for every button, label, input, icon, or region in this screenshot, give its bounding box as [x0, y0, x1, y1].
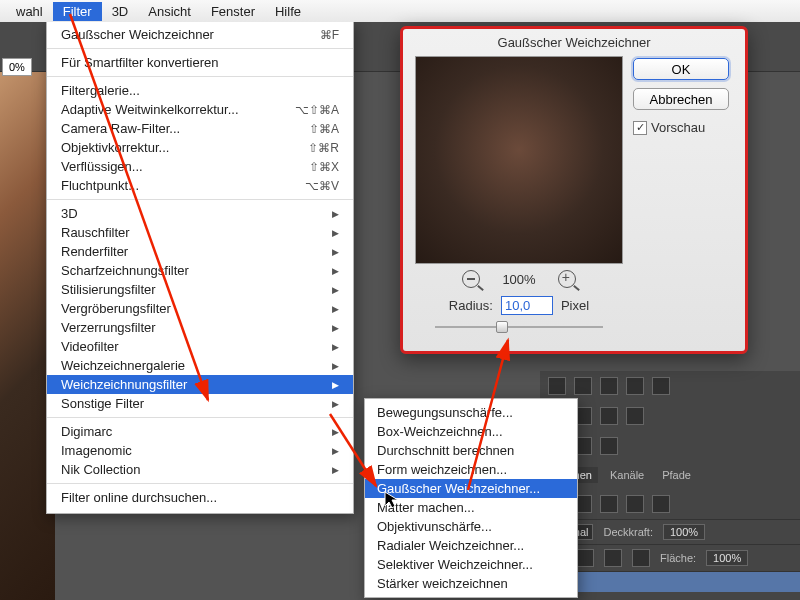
zoom-out-icon[interactable]: [462, 270, 480, 288]
menu-item-last-filter[interactable]: Gaußscher Weichzeichner ⌘F: [47, 25, 353, 44]
menu-item-label: Adaptive Weitwinkelkorrektur...: [61, 102, 239, 117]
radius-unit: Pixel: [561, 298, 589, 313]
submenu-item[interactable]: Durchschnitt berechnen: [365, 441, 577, 460]
opacity-label: Deckkraft:: [603, 526, 653, 538]
menu-separator: [47, 199, 353, 200]
menu-item-label: Imagenomic: [61, 443, 132, 458]
panel-icon[interactable]: [600, 377, 618, 395]
menu-item[interactable]: Weichzeichnergalerie: [47, 356, 353, 375]
menu-item-label: Bewegungsunschärfe...: [377, 405, 513, 420]
tab-paths[interactable]: Pfade: [656, 467, 697, 483]
menu-item[interactable]: Objektivkorrektur...⇧⌘R: [47, 138, 353, 157]
menu-item[interactable]: Verflüssigen...⇧⌘X: [47, 157, 353, 176]
menu-item[interactable]: Camera Raw-Filter...⇧⌘A: [47, 119, 353, 138]
menubar-item[interactable]: Fenster: [201, 2, 265, 21]
menu-item-label: Filter online durchsuchen...: [61, 490, 217, 505]
menu-item-label: Rauschfilter: [61, 225, 130, 240]
menu-item-label: Weichzeichnergalerie: [61, 358, 185, 373]
filter-icon[interactable]: [652, 495, 670, 513]
fill-value[interactable]: 100%: [706, 550, 748, 566]
dialog-title: Gaußscher Weichzeichner: [403, 29, 745, 56]
menu-item[interactable]: Stilisierungsfilter: [47, 280, 353, 299]
menu-item-label: Matter machen...: [377, 500, 475, 515]
menu-item[interactable]: Scharfzeichnungsfilter: [47, 261, 353, 280]
menu-item[interactable]: Rauschfilter: [47, 223, 353, 242]
filter-icon[interactable]: [626, 495, 644, 513]
submenu-item[interactable]: Matter machen...: [365, 498, 577, 517]
menu-item[interactable]: 3D: [47, 204, 353, 223]
radius-slider[interactable]: [435, 319, 603, 335]
right-panels: Ebenen Kanäle Pfade Normal Deckkraft: 10…: [540, 371, 800, 600]
menu-item-browse-filters[interactable]: Filter online durchsuchen...: [47, 488, 353, 507]
menu-item[interactable]: Videofilter: [47, 337, 353, 356]
app-menubar: wahl Filter 3D Ansicht Fenster Hilfe: [0, 0, 800, 22]
menu-item[interactable]: Adaptive Weitwinkelkorrektur...⌥⇧⌘A: [47, 100, 353, 119]
shortcut: ⌥⌘V: [305, 179, 339, 193]
menu-item-label: Scharfzeichnungsfilter: [61, 263, 189, 278]
gaussian-blur-dialog: Gaußscher Weichzeichner 100% Radius: Pix…: [400, 26, 748, 354]
submenu-item-gaussian-blur[interactable]: Gaußscher Weichzeichner...: [365, 479, 577, 498]
menu-separator: [47, 483, 353, 484]
menubar-item[interactable]: 3D: [102, 2, 139, 21]
menu-item[interactable]: Verzerrungsfilter: [47, 318, 353, 337]
submenu-item[interactable]: Stärker weichzeichnen: [365, 574, 577, 593]
menu-item-label: Stilisierungsfilter: [61, 282, 156, 297]
menu-item-label: Objektivunschärfe...: [377, 519, 492, 534]
menu-item-label: Verflüssigen...: [61, 159, 143, 174]
menu-item[interactable]: Fluchtpunkt...⌥⌘V: [47, 176, 353, 195]
shortcut: ⇧⌘A: [309, 122, 339, 136]
submenu-item[interactable]: Form weichzeichnen...: [365, 460, 577, 479]
menu-item-label: Videofilter: [61, 339, 119, 354]
preview-checkbox-row[interactable]: ✓ Vorschau: [633, 120, 729, 135]
lock-icon[interactable]: [632, 549, 650, 567]
panel-icon[interactable]: [652, 377, 670, 395]
menubar-item[interactable]: wahl: [6, 2, 53, 21]
shortcut: ⌘F: [320, 28, 339, 42]
menubar-item[interactable]: Hilfe: [265, 2, 311, 21]
menu-item[interactable]: Imagenomic: [47, 441, 353, 460]
menu-item[interactable]: Filtergalerie...: [47, 81, 353, 100]
filter-icon[interactable]: [600, 495, 618, 513]
shortcut: ⇧⌘X: [309, 160, 339, 174]
panel-icon[interactable]: [548, 377, 566, 395]
cancel-button[interactable]: Abbrechen: [633, 88, 729, 110]
zoom-select[interactable]: 0%: [2, 58, 32, 76]
opacity-value[interactable]: 100%: [663, 524, 705, 540]
panel-icon[interactable]: [600, 437, 618, 455]
preview-checkbox-label: Vorschau: [651, 120, 705, 135]
panel-icon[interactable]: [574, 377, 592, 395]
menu-item-label: Camera Raw-Filter...: [61, 121, 180, 136]
submenu-item[interactable]: Box-Weichzeichnen...: [365, 422, 577, 441]
menu-item[interactable]: Renderfilter: [47, 242, 353, 261]
submenu-item[interactable]: Selektiver Weichzeichner...: [365, 555, 577, 574]
panel-icon[interactable]: [626, 407, 644, 425]
menubar-item-filter[interactable]: Filter: [53, 2, 102, 21]
menu-item-label: Sonstige Filter: [61, 396, 144, 411]
menu-separator: [47, 417, 353, 418]
submenu-item[interactable]: Radialer Weichzeichner...: [365, 536, 577, 555]
tab-channels[interactable]: Kanäle: [604, 467, 650, 483]
zoom-in-icon[interactable]: [558, 270, 576, 288]
menu-item-weichzeichnungsfilter[interactable]: Weichzeichnungsfilter: [47, 375, 353, 394]
ok-button[interactable]: OK: [633, 58, 729, 80]
filter-menu: Gaußscher Weichzeichner ⌘F Für Smartfilt…: [46, 20, 354, 514]
menu-item-label: Nik Collection: [61, 462, 140, 477]
menubar-item[interactable]: Ansicht: [138, 2, 201, 21]
menu-item-label: Radialer Weichzeichner...: [377, 538, 524, 553]
menu-item[interactable]: Digimarc: [47, 422, 353, 441]
radius-input[interactable]: [501, 296, 553, 315]
panel-icon[interactable]: [626, 377, 644, 395]
menu-item-label: Filtergalerie...: [61, 83, 140, 98]
menu-item[interactable]: Sonstige Filter: [47, 394, 353, 413]
submenu-item[interactable]: Objektivunschärfe...: [365, 517, 577, 536]
lock-icon[interactable]: [576, 549, 594, 567]
submenu-item[interactable]: Bewegungsunschärfe...: [365, 403, 577, 422]
menu-item-label: Digimarc: [61, 424, 112, 439]
panel-icon[interactable]: [600, 407, 618, 425]
preview-thumbnail[interactable]: [415, 56, 623, 264]
menu-item-smartfilter[interactable]: Für Smartfilter konvertieren: [47, 53, 353, 72]
menu-item[interactable]: Vergröberungsfilter: [47, 299, 353, 318]
menu-item[interactable]: Nik Collection: [47, 460, 353, 479]
lock-icon[interactable]: [604, 549, 622, 567]
menu-item-label: Objektivkorrektur...: [61, 140, 169, 155]
